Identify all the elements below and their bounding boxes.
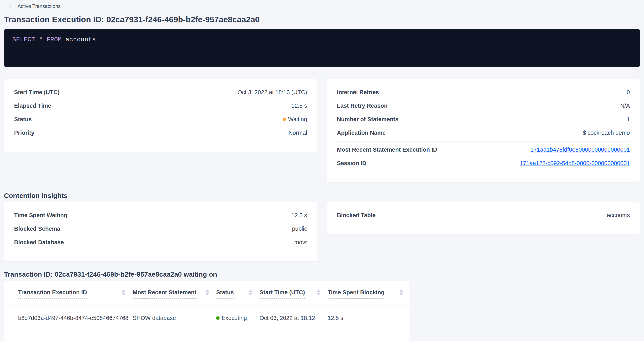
summary-row-last-retry-reason: Last Retry Reason N/A: [337, 99, 630, 112]
row-value: 12.5 s: [291, 212, 307, 219]
sql-asterisk: *: [35, 36, 46, 43]
contention-left-card: Time Spent Waiting 12.5 s Blocked Schema…: [4, 202, 317, 262]
row-label: Session ID: [337, 160, 366, 167]
contention-row-blocked-database: Blocked Database movr: [14, 236, 307, 249]
contention-insights-heading: Contention Insights: [4, 192, 640, 200]
card-divider: [337, 141, 630, 142]
summary-row-number-of-statements: Number of Statements 1: [337, 112, 630, 126]
breadcrumb: ← Active Transactions: [4, 0, 640, 9]
row-value: 12.5 s: [291, 102, 307, 109]
row-label: Internal Retries: [337, 89, 379, 96]
column-header-most-recent-statement[interactable]: Most Recent Statement: [132, 281, 216, 304]
sort-icon[interactable]: [249, 290, 252, 295]
summary-row-session-id: Session ID 171aa122-c092-54b8-0000-00000…: [337, 156, 630, 170]
table-row: b8d7d03a-d497-446b-8474-e50846674768 SHO…: [4, 304, 410, 332]
summary-row-internal-retries: Internal Retries 0: [337, 85, 630, 99]
waiting-on-table-card: Transaction Execution ID Most Recent Sta…: [4, 281, 410, 341]
summary-row-elapsed-time: Elapsed Time 12.5 s: [14, 99, 307, 112]
status-text: Waiting: [288, 116, 307, 123]
statement-execution-id-link[interactable]: 171aa1b478fdf0e80000000000000001: [530, 146, 630, 153]
sql-statement-box: SELECT * FROM accounts: [4, 29, 640, 67]
column-header-label[interactable]: Start Time (UTC): [260, 289, 305, 299]
row-value: 0: [627, 89, 630, 96]
contention-cards-row: Time Spent Waiting 12.5 s Blocked Schema…: [4, 202, 640, 262]
row-value: movr: [294, 239, 307, 246]
transaction-details-page: ← Active Transactions Transaction Execut…: [0, 0, 644, 341]
column-header-label[interactable]: Time Spent Blocking: [328, 289, 384, 299]
sort-icon[interactable]: [122, 290, 126, 295]
row-label: Application Name: [337, 130, 386, 136]
column-header-transaction-execution-id[interactable]: Transaction Execution ID: [4, 281, 132, 304]
row-value: 1: [627, 116, 630, 123]
page-title: Transaction Execution ID: 02ca7931-f246-…: [4, 15, 640, 24]
sort-icon[interactable]: [399, 290, 403, 295]
row-label: Number of Statements: [337, 116, 398, 123]
cell-time-spent-blocking: 12.5 s: [327, 304, 410, 332]
cell-start-time: Oct 03, 2022 at 18:12: [259, 304, 327, 332]
column-header-start-time[interactable]: Start Time (UTC): [259, 281, 327, 304]
row-value: public: [292, 226, 307, 232]
sort-icon[interactable]: [206, 290, 209, 295]
column-header-label[interactable]: Most Recent Statement: [133, 289, 196, 299]
row-label: Blocked Database: [14, 239, 64, 246]
row-value: Oct 3, 2022 at 18:13 (UTC): [238, 89, 307, 96]
summary-row-most-recent-statement-execution-id: Most Recent Statement Execution ID 171aa…: [337, 143, 630, 156]
row-value: accounts: [607, 212, 630, 219]
row-value: N/A: [620, 102, 630, 109]
overview-left-card: Start Time (UTC) Oct 3, 2022 at 18:13 (U…: [4, 79, 317, 152]
sql-keyword-select: SELECT: [12, 36, 35, 43]
waiting-on-table: Transaction Execution ID Most Recent Sta…: [4, 281, 410, 332]
row-label: Blocked Table: [337, 212, 376, 219]
waiting-on-heading: Transaction ID: 02ca7931-f246-469b-b2fe-…: [4, 270, 640, 278]
row-label: Blocked Schema: [14, 226, 60, 232]
summary-row-priority: Priority Normal: [14, 126, 307, 139]
breadcrumb-active-transactions-link[interactable]: Active Transactions: [18, 3, 61, 9]
contention-row-blocked-table: Blocked Table accounts: [337, 208, 630, 222]
status-executing-dot-icon: [216, 316, 220, 320]
row-label: Status: [14, 116, 32, 123]
column-header-label[interactable]: Transaction Execution ID: [18, 289, 87, 299]
cell-status: Executing: [216, 304, 259, 332]
status-waiting-dot-icon: [282, 118, 286, 121]
back-arrow-icon[interactable]: ←: [8, 3, 14, 9]
summary-row-start-time: Start Time (UTC) Oct 3, 2022 at 18:13 (U…: [14, 85, 307, 99]
contention-right-card: Blocked Table accounts: [327, 202, 640, 235]
table-header-row: Transaction Execution ID Most Recent Sta…: [4, 281, 410, 304]
status-value: Waiting: [282, 116, 307, 123]
sql-statement-text: SELECT * FROM accounts: [12, 36, 96, 43]
overview-cards-row: Start Time (UTC) Oct 3, 2022 at 18:13 (U…: [4, 79, 640, 182]
cell-most-recent-statement: SHOW database: [132, 304, 216, 332]
row-label: Time Spent Waiting: [14, 212, 67, 219]
sort-icon[interactable]: [317, 290, 320, 295]
row-label: Start Time (UTC): [14, 89, 60, 96]
row-label: Priority: [14, 130, 34, 136]
overview-right-card: Internal Retries 0 Last Retry Reason N/A…: [327, 79, 640, 182]
summary-row-application-name: Application Name $ cockroach demo: [337, 126, 630, 139]
session-id-link[interactable]: 171aa122-c092-54b8-0000-000000000001: [520, 160, 630, 167]
contention-row-blocked-schema: Blocked Schema public: [14, 222, 307, 236]
status-text: Executing: [222, 315, 247, 321]
cell-transaction-execution-id: b8d7d03a-d497-446b-8474-e50846674768: [4, 304, 132, 332]
sql-keyword-from: FROM: [46, 36, 62, 43]
column-header-label[interactable]: Status: [216, 289, 234, 299]
contention-row-time-spent-waiting: Time Spent Waiting 12.5 s: [14, 208, 307, 222]
row-label: Most Recent Statement Execution ID: [337, 146, 437, 153]
row-value: Normal: [288, 130, 307, 136]
column-header-time-spent-blocking[interactable]: Time Spent Blocking: [327, 281, 410, 304]
sql-table-name: accounts: [62, 36, 96, 43]
row-label: Last Retry Reason: [337, 102, 388, 109]
summary-row-status: Status Waiting: [14, 112, 307, 126]
row-value: $ cockroach demo: [583, 130, 630, 136]
row-label: Elapsed Time: [14, 102, 51, 109]
column-header-status[interactable]: Status: [216, 281, 259, 304]
